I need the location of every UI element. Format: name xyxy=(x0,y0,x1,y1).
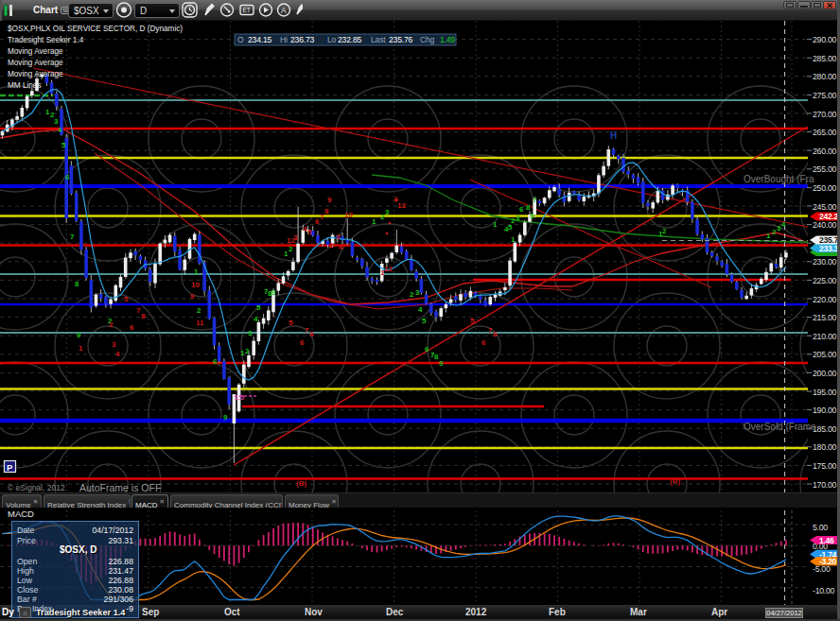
svg-text:13: 13 xyxy=(397,201,406,210)
svg-text:195.00: 195.00 xyxy=(813,388,837,397)
svg-text:2: 2 xyxy=(289,245,293,253)
svg-text:3: 3 xyxy=(112,340,116,349)
svg-text:6: 6 xyxy=(300,338,305,347)
svg-text:240.00: 240.00 xyxy=(813,220,837,230)
svg-text:205.00: 205.00 xyxy=(813,350,837,359)
svg-text:9: 9 xyxy=(327,196,332,204)
svg-text:OverSold (Frame: OverSold (Frame xyxy=(744,422,816,432)
svg-text:1: 1 xyxy=(766,232,771,240)
svg-text:3: 3 xyxy=(415,288,420,297)
svg-text:275.00: 275.00 xyxy=(813,91,837,100)
svg-text:5.00: 5.00 xyxy=(813,523,828,532)
svg-text:1: 1 xyxy=(79,344,83,353)
svg-text:250.00: 250.00 xyxy=(813,183,837,193)
svg-text:3: 3 xyxy=(385,208,390,216)
svg-text:7: 7 xyxy=(533,196,537,204)
svg-text:9: 9 xyxy=(530,212,534,220)
svg-text:O: O xyxy=(237,35,244,44)
svg-text:245.00: 245.00 xyxy=(813,202,837,212)
svg-text:1:5: 1:5 xyxy=(235,394,244,401)
svg-text:4: 4 xyxy=(58,126,62,134)
svg-text:2: 2 xyxy=(329,241,334,250)
svg-text:235.76: 235.76 xyxy=(389,35,413,44)
svg-text:(B): (B) xyxy=(296,479,306,488)
svg-text:225.00: 225.00 xyxy=(813,276,837,285)
svg-text:A: A xyxy=(281,6,287,15)
svg-text:5: 5 xyxy=(61,141,66,149)
svg-text:1.46: 1.46 xyxy=(819,536,834,545)
svg-text:4: 4 xyxy=(254,315,258,323)
svg-text:3: 3 xyxy=(336,233,341,241)
svg-text:2: 2 xyxy=(662,227,667,235)
svg-text:6: 6 xyxy=(213,357,218,366)
svg-text:Tradesight Seeker 1.4: Tradesight Seeker 1.4 xyxy=(8,36,84,44)
svg-text:5: 5 xyxy=(307,228,312,236)
svg-text:9: 9 xyxy=(271,288,276,297)
svg-text:5: 5 xyxy=(422,317,427,325)
svg-text:P: P xyxy=(7,462,13,473)
svg-text:12: 12 xyxy=(384,265,393,273)
svg-text:285.00: 285.00 xyxy=(813,54,837,63)
svg-text:1: 1 xyxy=(194,267,199,276)
svg-text:Lo: Lo xyxy=(327,35,337,44)
svg-text:2: 2 xyxy=(109,320,114,329)
svg-text:Moving Average: Moving Average xyxy=(8,47,63,56)
svg-text:ET: ET xyxy=(243,7,251,13)
svg-text:8: 8 xyxy=(309,330,314,338)
svg-text:236.73: 236.73 xyxy=(290,35,315,44)
svg-text:215.00: 215.00 xyxy=(813,313,837,322)
svg-text:3: 3 xyxy=(54,117,59,126)
svg-text:6: 6 xyxy=(130,323,134,332)
svg-text:AutoFrame is OFF: AutoFrame is OFF xyxy=(79,482,161,492)
svg-text:Moving Average: Moving Average xyxy=(8,59,63,67)
svg-text:10: 10 xyxy=(344,211,353,219)
svg-text:8: 8 xyxy=(141,312,146,320)
svg-text:232.85: 232.85 xyxy=(338,35,362,44)
svg-text:234.15: 234.15 xyxy=(248,35,272,44)
svg-text:255.00: 255.00 xyxy=(813,164,837,174)
svg-text:175.00: 175.00 xyxy=(813,461,837,471)
svg-text:265.00: 265.00 xyxy=(813,128,837,137)
svg-text:7: 7 xyxy=(70,233,75,241)
svg-text:© eSignal, 2012: © eSignal, 2012 xyxy=(8,483,65,492)
svg-text:MACD: MACD xyxy=(8,509,34,519)
svg-text:5: 5 xyxy=(470,317,475,325)
svg-text:1: 1 xyxy=(511,235,516,244)
svg-text:9: 9 xyxy=(77,331,81,339)
svg-text:8: 8 xyxy=(493,330,498,338)
svg-text:200.00: 200.00 xyxy=(813,369,837,378)
svg-text:290.00: 290.00 xyxy=(813,35,837,44)
svg-text:9: 9 xyxy=(439,359,444,368)
svg-text:4: 4 xyxy=(339,243,343,251)
svg-text:H: H xyxy=(610,130,617,141)
svg-text:1.49: 1.49 xyxy=(440,35,455,44)
svg-text:5: 5 xyxy=(256,303,261,312)
svg-text:4: 4 xyxy=(115,350,120,358)
svg-text:8: 8 xyxy=(526,203,531,212)
svg-text:1: 1 xyxy=(372,217,376,226)
svg-text:$OSX,PHLX OIL SERVICE SECTOR,: $OSX,PHLX OIL SERVICE SECTOR, D (Dynamic… xyxy=(8,25,183,33)
svg-text:3: 3 xyxy=(516,214,520,222)
svg-text:8: 8 xyxy=(75,280,79,288)
svg-text:230.00: 230.00 xyxy=(813,257,837,267)
svg-text:Hi: Hi xyxy=(280,35,288,44)
svg-text:-3.20: -3.20 xyxy=(819,557,837,566)
svg-text:10: 10 xyxy=(191,281,200,289)
svg-text:180.00: 180.00 xyxy=(813,442,837,452)
svg-text:260.00: 260.00 xyxy=(813,147,837,156)
svg-text:6: 6 xyxy=(481,338,486,347)
svg-text:270.00: 270.00 xyxy=(813,110,837,119)
svg-text:4: 4 xyxy=(781,220,786,229)
svg-text:5: 5 xyxy=(289,319,293,327)
svg-text:210.00: 210.00 xyxy=(813,332,837,341)
svg-text:3: 3 xyxy=(293,233,298,242)
svg-text:5: 5 xyxy=(124,295,129,303)
svg-text:2: 2 xyxy=(197,306,201,315)
svg-text:Chg: Chg xyxy=(420,35,435,44)
svg-text:280.00: 280.00 xyxy=(813,72,837,81)
svg-text:190.00: 190.00 xyxy=(813,405,837,415)
svg-text:OverBought (Fra: OverBought (Fra xyxy=(744,174,814,184)
svg-text:6: 6 xyxy=(519,205,524,214)
svg-text:170.00: 170.00 xyxy=(813,480,837,490)
svg-text:1: 1 xyxy=(493,220,498,229)
